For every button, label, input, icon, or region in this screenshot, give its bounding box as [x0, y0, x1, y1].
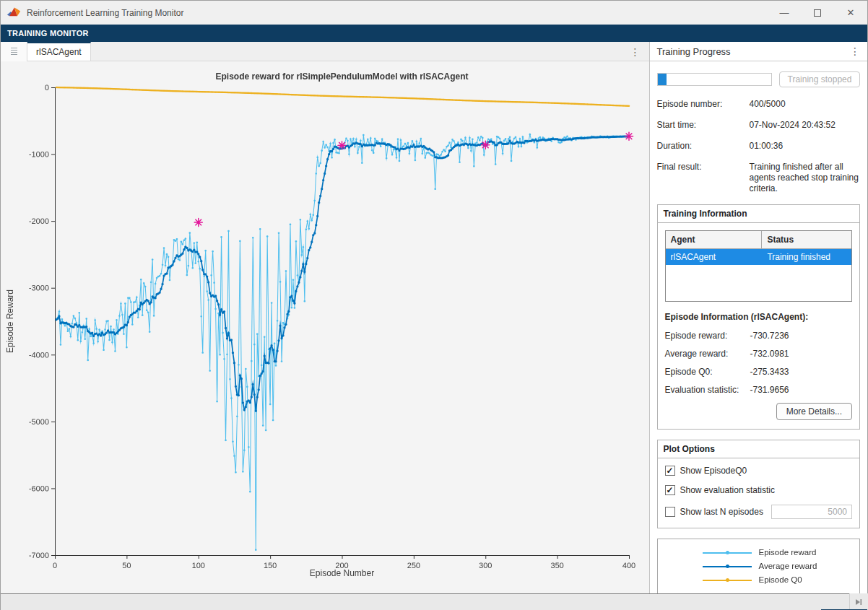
table-empty-area [666, 265, 852, 301]
field-value: Training finished after all agents reach… [750, 162, 859, 194]
training-stopped-button: Training stopped [779, 71, 860, 87]
bottom-statusbar [1, 593, 868, 610]
field-label: Duration: [657, 141, 750, 152]
main-area: rlSACAgent ⋮ Episode reward for rlSimple… [1, 42, 867, 593]
chart-xlabel: Episode Number [55, 568, 629, 578]
field-episode-number: Episode number: 400/5000 [657, 99, 861, 110]
panel-body: Training stopped Episode number: 400/500… [650, 61, 868, 610]
statusbar-vertical-divider [849, 593, 850, 610]
option-label: Show EpisodeQ0 [680, 466, 747, 476]
show-episodeq0-checkbox[interactable]: ✓ [665, 466, 675, 476]
field-final-result: Final result: Training finished after al… [657, 162, 861, 194]
field-value: 07-Nov-2024 20:43:52 [750, 120, 859, 131]
plot-options-body: ✓ Show EpisodeQ0 ✓ Show evaluation stati… [658, 458, 860, 528]
training-chart [1, 62, 650, 593]
minimize-button[interactable]: — [768, 1, 801, 25]
plot-options-title: Plot Options [658, 440, 860, 458]
training-figure: Episode reward for rlSimplePendulumModel… [1, 62, 650, 593]
option-label: Show evaluation statistic [680, 485, 775, 495]
pair-label: Evaluation statistic: [665, 385, 750, 395]
titlebar: Reinforcement Learning Training Monitor … [1, 1, 867, 25]
pair-value: -730.7236 [750, 331, 789, 341]
column-header-status[interactable]: Status [762, 231, 851, 248]
legend-label: Average reward [759, 561, 817, 572]
maximize-button[interactable] [801, 1, 834, 25]
chart-ylabel: Episode Reward [5, 278, 15, 365]
legend-item-episode-reward: Episode reward [658, 546, 860, 559]
option-show-last-n-episodes: Show last N episodes [665, 505, 853, 519]
statusbar-divider [1, 593, 849, 594]
panel-header: Training Progress ⋮ [650, 42, 868, 61]
plot-options-group: Plot Options ✓ Show EpisodeQ0 ✓ Show eva… [657, 440, 861, 528]
tab-rlsacagent[interactable]: rlSACAgent [27, 42, 91, 61]
cell-agent: rlSACAgent [666, 249, 763, 265]
last-n-episodes-input[interactable] [771, 505, 852, 519]
average-reward-row: Average reward: -732.0981 [665, 349, 853, 359]
average-reward-marker-icon [703, 562, 752, 572]
episode-reward-marker-icon [703, 548, 752, 558]
legend-item-episode-q0: Episode Q0 [658, 573, 860, 587]
pair-label: Episode Q0: [665, 367, 750, 377]
option-show-episodeq0: ✓ Show EpisodeQ0 [665, 466, 853, 476]
progress-bar [657, 73, 773, 86]
field-start-time: Start time: 07-Nov-2024 20:43:52 [657, 120, 861, 131]
column-header-agent[interactable]: Agent [666, 231, 763, 248]
legend-label: Episode Q0 [759, 575, 802, 585]
matlab-logo-icon [6, 6, 21, 19]
chart-title: Episode reward for rlSimplePendulumModel… [55, 71, 629, 82]
window-title: Reinforcement Learning Training Monitor [27, 8, 183, 18]
more-details-button[interactable]: More Details... [776, 403, 852, 420]
training-information-body: Agent Status rlSACAgent Training finishe… [658, 223, 860, 429]
field-label: Final result: [657, 162, 750, 194]
window-controls: — ✕ [768, 1, 867, 25]
episode-information-title: Episode Information (rlSACAgent): [665, 312, 853, 322]
training-progress-panel: Training Progress ⋮ Training stopped Epi… [649, 42, 868, 593]
table-header: Agent Status [666, 231, 852, 249]
tab-strip-handle[interactable] [1, 42, 27, 61]
table-row[interactable]: rlSACAgent Training finished [666, 249, 852, 265]
expand-panel-icon [854, 598, 863, 606]
option-show-evaluation-statistic: ✓ Show evaluation statistic [665, 485, 853, 495]
panel-title: Training Progress [657, 46, 731, 57]
document-menu-button[interactable]: ⋮ [630, 42, 641, 61]
agent-status-table: Agent Status rlSACAgent Training finishe… [665, 230, 853, 302]
document-tabbar: rlSACAgent ⋮ [1, 42, 649, 61]
close-button[interactable]: ✕ [834, 1, 867, 25]
cell-status: Training finished [762, 249, 851, 265]
pair-value: -731.9656 [750, 385, 789, 395]
document-area: rlSACAgent ⋮ Episode reward for rlSimple… [1, 42, 649, 593]
episode-reward-row: Episode reward: -730.7236 [665, 331, 853, 341]
pair-label: Episode reward: [665, 331, 750, 341]
toolstrip: TRAINING MONITOR [1, 25, 867, 42]
training-information-group: Training Information Agent Status rlSACA… [657, 204, 861, 430]
panel-menu-button[interactable]: ⋮ [850, 45, 860, 57]
toolstrip-tab-training-monitor[interactable]: TRAINING MONITOR [7, 29, 89, 38]
expand-panel-button[interactable] [852, 596, 865, 608]
legend-label: Episode reward [759, 547, 817, 558]
show-evaluation-statistic-checkbox[interactable]: ✓ [665, 485, 675, 495]
field-label: Episode number: [657, 99, 750, 110]
training-information-title: Training Information [658, 205, 860, 223]
episode-q0-marker-icon [703, 575, 752, 585]
pair-value: -732.0981 [750, 349, 789, 359]
episode-q0-row: Episode Q0: -275.3433 [665, 367, 853, 377]
field-duration: Duration: 01:00:36 [657, 141, 861, 152]
maximize-icon [814, 9, 821, 17]
evaluation-statistic-row: Evaluation statistic: -731.9656 [665, 385, 853, 395]
progress-row: Training stopped [657, 71, 861, 87]
legend-item-average-reward: Average reward [658, 559, 860, 573]
show-last-n-episodes-checkbox[interactable] [665, 507, 675, 517]
pair-label: Average reward: [665, 349, 750, 359]
app-window: Reinforcement Learning Training Monitor … [0, 0, 868, 610]
field-value: 01:00:36 [750, 141, 859, 152]
option-label: Show last N episodes [680, 507, 763, 517]
field-value: 400/5000 [750, 99, 859, 110]
progress-fill [658, 74, 667, 85]
field-label: Start time: [657, 120, 750, 131]
pair-value: -275.3433 [750, 367, 789, 377]
grip-icon [11, 48, 17, 56]
